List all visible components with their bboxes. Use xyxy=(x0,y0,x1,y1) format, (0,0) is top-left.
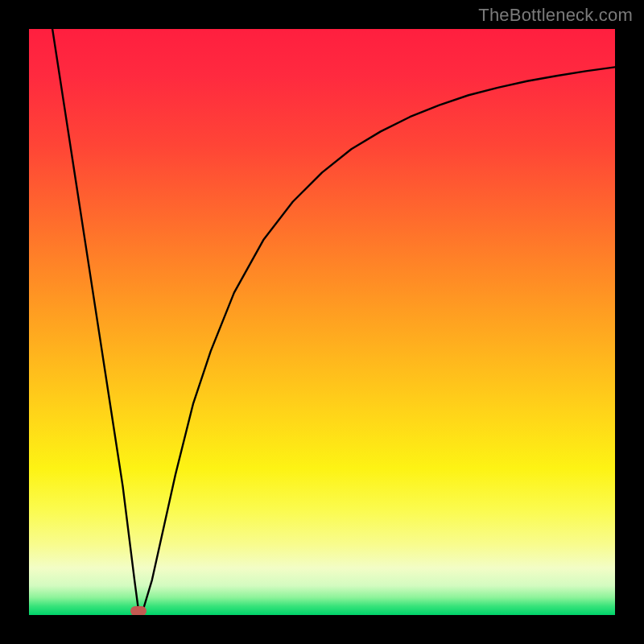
chart-frame: TheBottleneck.com xyxy=(0,0,644,644)
watermark-text: TheBottleneck.com xyxy=(478,5,633,26)
bottleneck-curve xyxy=(29,29,615,615)
plot-area xyxy=(29,29,615,615)
optimal-marker xyxy=(130,606,147,615)
